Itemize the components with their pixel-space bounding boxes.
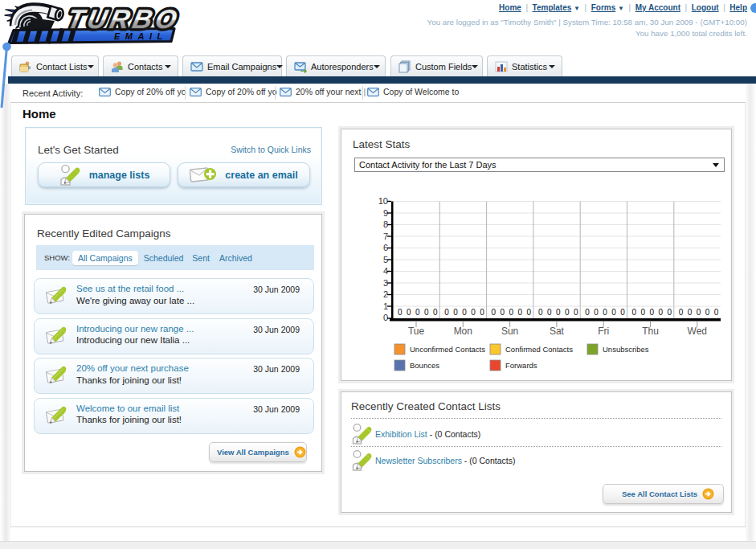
svg-text:TURBO: TURBO (65, 4, 184, 34)
svg-text:0: 0 (433, 308, 438, 317)
svg-text:Unconfirmed Contacts: Unconfirmed Contacts (410, 345, 485, 354)
svg-text:Mon: Mon (454, 326, 472, 337)
svg-text:Unsubscribes: Unsubscribes (603, 345, 649, 354)
svg-text:Thu: Thu (642, 326, 659, 337)
svg-text:Wed: Wed (688, 326, 707, 337)
svg-text:0: 0 (415, 308, 420, 317)
svg-text:Sat: Sat (550, 326, 565, 337)
svg-text:Tue: Tue (408, 326, 425, 337)
svg-text:Sun: Sun (501, 326, 518, 337)
svg-text:Bounces: Bounces (410, 361, 439, 370)
svg-text:Confirmed Contacts: Confirmed Contacts (505, 345, 573, 354)
svg-text:0: 0 (407, 308, 411, 317)
svg-text:Forwards: Forwards (505, 361, 537, 370)
svg-text:10: 10 (378, 196, 388, 206)
svg-text:0: 0 (383, 313, 388, 322)
svg-text:Fri: Fri (598, 326, 609, 337)
svg-text:0: 0 (424, 308, 429, 317)
svg-text:0: 0 (398, 308, 403, 317)
